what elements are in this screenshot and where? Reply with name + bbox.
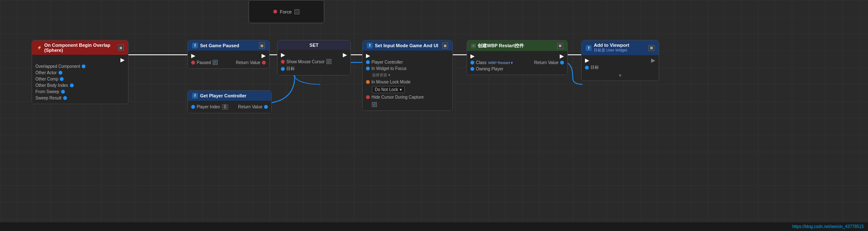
set-input-mode-node: f Set Input Mode Game And UI ▣ Player Co… — [362, 40, 453, 111]
return-value-pin[interactable] — [262, 61, 266, 64]
other-actor-pin[interactable] — [59, 71, 62, 75]
player-index-row: Player Index 0 Return Value — [191, 103, 268, 110]
target-pin[interactable] — [585, 66, 589, 70]
exec-in-pin[interactable] — [585, 59, 589, 63]
paused-label: Paused — [197, 60, 211, 65]
expand-btn[interactable]: ▼ — [585, 73, 655, 78]
node-body: 目标 ▼ — [582, 55, 659, 81]
node-header: f Get Player Controller — [188, 91, 271, 101]
exec-row — [585, 58, 655, 64]
from-sweep-pin[interactable] — [61, 90, 65, 94]
hide-cursor-checkbox[interactable]: ✓ — [372, 102, 377, 107]
exec-out-pin[interactable] — [651, 59, 655, 63]
paused-checkbox[interactable]: ✓ — [213, 60, 218, 65]
node-title: On Component Begin Overlap (Sphere) — [44, 43, 116, 53]
hide-cursor-pin[interactable] — [366, 95, 370, 99]
on-component-begin-overlap-node: ⚡ On Component Begin Overlap (Sphere) ▣ … — [32, 40, 128, 104]
hide-cursor-row: Hide Cursor During Capture — [366, 94, 449, 100]
owning-player-pin[interactable] — [470, 67, 474, 71]
dropdown-arrow: ▾ — [400, 87, 402, 92]
from-sweep-label: From Sweep — [35, 89, 59, 94]
overlapped-component-pin[interactable] — [82, 64, 85, 68]
node-body: Show Mouse Cursor ✓ 目标 — [278, 50, 350, 75]
mouse-lock-pin[interactable] — [366, 80, 370, 84]
create-wbp-restart-node: ⊞ 创建WBP Restart控件 ▣ Class WBP Restart ▾ … — [467, 40, 568, 75]
exec-out-pin[interactable] — [343, 53, 347, 57]
overlapped-component-row: Overlapped Component — [35, 63, 125, 70]
exec-out-pin[interactable] — [120, 58, 125, 62]
node-subtitle: 目标是 User Widget — [594, 48, 629, 53]
function-icon: f — [192, 43, 198, 48]
node-title: Add to Viewport — [594, 43, 629, 48]
player-index-label: Player Index — [197, 105, 220, 109]
hide-cursor-checkbox-row: ✓ — [366, 100, 449, 108]
connection-lines — [0, 0, 868, 231]
node-options-btn[interactable]: ▣ — [259, 43, 265, 48]
top-partial-node: Force — [248, 0, 324, 23]
widget-icon: ⊞ — [471, 44, 475, 48]
class-pin[interactable] — [470, 61, 474, 64]
target-pin[interactable] — [281, 67, 285, 71]
function-icon: f — [367, 43, 373, 48]
in-widget-pin[interactable] — [366, 67, 370, 70]
player-controller-label: Player Controller — [371, 60, 403, 64]
status-bar: https://blog.csdn.net/weixin_43778515 — [0, 222, 868, 231]
return-value-pin[interactable] — [264, 105, 268, 109]
force-checkbox[interactable] — [294, 9, 299, 14]
exec-in-pin[interactable] — [470, 54, 475, 59]
mouse-lock-row: In Mouse Lock Mode — [366, 79, 449, 85]
node-options-btn[interactable]: ▣ — [442, 43, 448, 48]
show-cursor-checkbox[interactable]: ✓ — [326, 59, 331, 64]
hide-cursor-label: Hide Cursor During Capture — [371, 95, 424, 99]
target-label: 目标 — [286, 66, 295, 72]
set-game-paused-node: f Set Game Paused ▣ Paused ✓ Return Valu… — [187, 40, 270, 69]
add-to-viewport-node: f Add to Viewport 目标是 User Widget ▣ 目标 ▼ — [581, 40, 659, 81]
node-header: ⚡ On Component Begin Overlap (Sphere) ▣ — [32, 40, 128, 55]
other-comp-row: Other Comp — [35, 76, 125, 82]
exec-row — [281, 52, 347, 58]
paused-pin-in[interactable] — [191, 61, 195, 64]
node-body: Overlapped Component Other Actor Other C… — [32, 55, 128, 104]
other-body-index-pin[interactable] — [70, 83, 74, 87]
node-body: Class WBP Restart ▾ Return Value Owning … — [467, 51, 567, 75]
player-index-value: 0 — [222, 104, 229, 110]
owning-player-row: Owning Player — [470, 66, 564, 72]
return-value-pin[interactable] — [560, 61, 564, 64]
sweep-result-row: Sweep Result — [35, 95, 125, 101]
player-index-pin[interactable] — [191, 105, 195, 109]
node-title: Set Input Mode Game And UI — [375, 43, 438, 48]
node-header: f Set Game Paused ▣ — [188, 40, 269, 51]
other-body-index-row: Other Body Index — [35, 82, 125, 89]
force-label: Force — [280, 9, 291, 14]
exec-in-pin[interactable] — [281, 53, 285, 57]
exec-row — [366, 53, 449, 59]
exec-in-pin[interactable] — [366, 54, 370, 58]
show-cursor-row: Show Mouse Cursor ✓ — [281, 58, 347, 65]
exec-out-pin[interactable] — [262, 54, 266, 58]
force-pin — [273, 10, 277, 13]
in-widget-row: In Widget to Focus — [366, 65, 449, 72]
class-row: Class WBP Restart ▾ Return Value — [470, 59, 564, 66]
do-not-lock-dropdown[interactable]: Do Not Lock ▾ — [372, 86, 405, 93]
show-cursor-pin-in[interactable] — [281, 60, 285, 64]
exec-in-pin[interactable] — [191, 54, 195, 58]
select-resource-label: 选择资源 ▾ — [366, 73, 390, 78]
node-title: Set Game Paused — [200, 43, 239, 48]
node-options-btn[interactable]: ▣ — [118, 45, 124, 51]
class-value: WBP Restart ▾ — [488, 61, 513, 65]
node-options-btn[interactable]: ▣ — [557, 43, 563, 49]
other-comp-pin[interactable] — [60, 77, 64, 81]
from-sweep-row: From Sweep — [35, 89, 125, 95]
sweep-result-pin[interactable] — [63, 96, 67, 100]
node-header: f Add to Viewport 目标是 User Widget ▣ — [582, 40, 659, 55]
player-controller-pin[interactable] — [366, 60, 370, 64]
exec-out-pin[interactable] — [560, 54, 564, 59]
node-header: SET — [278, 40, 350, 50]
exec-row — [35, 57, 125, 63]
node-body: Player Controller In Widget to Focus 选择资… — [363, 51, 452, 110]
other-actor-label: Other Actor — [35, 70, 57, 75]
other-actor-row: Other Actor — [35, 70, 125, 76]
in-widget-label: In Widget to Focus — [371, 66, 406, 71]
return-value-label: Return Value — [236, 60, 260, 65]
node-options-btn[interactable]: ▣ — [649, 45, 654, 51]
